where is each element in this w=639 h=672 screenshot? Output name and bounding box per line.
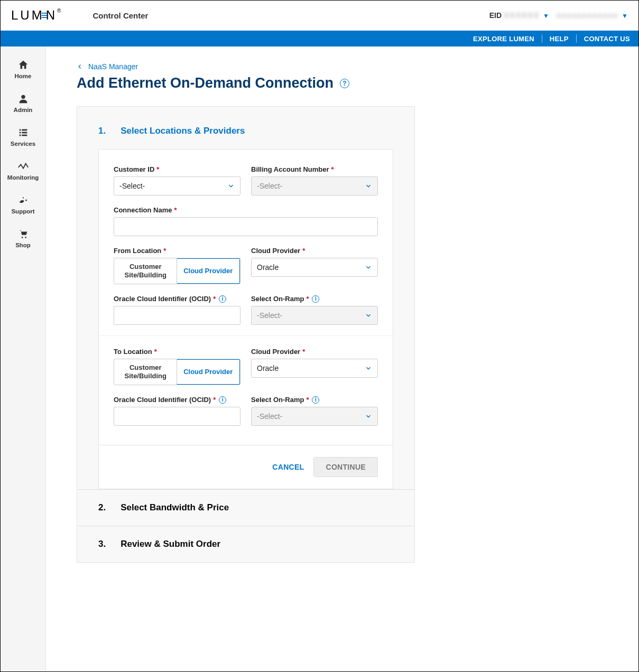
list-icon (17, 127, 29, 138)
svg-point-0 (21, 95, 25, 99)
breadcrumb-label: NaaS Manager (88, 62, 138, 71)
sidebar-item-home[interactable]: Home (1, 54, 45, 88)
svg-rect-2 (22, 129, 27, 131)
svg-rect-6 (22, 135, 27, 136)
breadcrumb-back[interactable]: NaaS Manager (77, 62, 608, 71)
account-dropdown[interactable]: xxxxxxxxxxxx ▼ (557, 11, 628, 20)
chevron-down-icon (227, 182, 235, 190)
select-value: -Select- (257, 311, 282, 320)
user-icon (17, 93, 29, 105)
nav-help[interactable]: HELP (550, 35, 569, 43)
from-cloud-provider-button[interactable]: Cloud Provider (177, 258, 241, 284)
info-icon[interactable]: i (219, 295, 226, 303)
step-title: Select Bandwidth & Price (121, 502, 229, 513)
svg-point-8 (21, 237, 23, 238)
svg-rect-5 (19, 135, 21, 136)
account-value: xxxxxxxxxxxx (557, 11, 618, 20)
step-number: 1. (98, 126, 106, 136)
sidebar-item-support[interactable]: Support (1, 189, 45, 223)
top-nav: EXPLORE LUMEN HELP CONTACT US (1, 31, 638, 46)
info-icon[interactable]: i (219, 396, 226, 404)
select-value: -Select- (257, 182, 282, 190)
eid-dropdown[interactable]: EID XXXXXX ▼ (489, 11, 549, 20)
to-cloud-provider-button[interactable]: Cloud Provider (177, 359, 241, 385)
chevron-down-icon (365, 264, 372, 271)
chevron-down-icon (365, 365, 372, 372)
step-number: 2. (98, 502, 106, 513)
to-location-label: To Location* (114, 348, 240, 356)
cloud-provider-from-label: Cloud Provider* (251, 247, 378, 255)
separator (542, 34, 542, 43)
divider (99, 335, 393, 336)
ocid-to-input[interactable] (114, 407, 240, 426)
sidebar-item-shop[interactable]: Shop (1, 223, 45, 257)
chevron-down-icon: ▼ (622, 12, 628, 20)
ocid-to-label: Oracle Cloud Identifier (OCID)*i (114, 396, 240, 404)
sidebar-item-admin[interactable]: Admin (1, 88, 45, 122)
onramp-from-label: Select On-Ramp*i (251, 295, 378, 303)
step-title: Select Locations & Providers (121, 126, 245, 136)
to-location-toggle: Customer Site/Building Cloud Provider (114, 359, 240, 385)
app-header: LUM≡N® Control Center EID XXXXXX ▼ xxxxx… (1, 1, 638, 31)
chevron-left-icon (77, 63, 83, 70)
chevron-down-icon: ▼ (543, 12, 549, 20)
cloud-provider-from-select[interactable]: Oracle (251, 258, 378, 277)
step-3-row[interactable]: 3. Review & Submit Order (77, 526, 414, 562)
billing-select[interactable]: -Select- (251, 176, 378, 195)
info-icon[interactable]: i (312, 295, 319, 303)
sidebar-item-label: Services (11, 141, 35, 147)
svg-rect-4 (22, 132, 27, 134)
step-number: 3. (98, 539, 106, 549)
continue-button[interactable]: CONTINUE (313, 457, 378, 477)
onramp-to-label: Select On-Ramp*i (251, 396, 378, 404)
svg-rect-1 (19, 129, 21, 131)
step-2-row[interactable]: 2. Select Bandwidth & Price (77, 489, 414, 526)
cart-icon (17, 228, 29, 240)
chevron-down-icon (365, 182, 372, 190)
page-title: Add Ethernet On-Demand Connection ? (77, 75, 608, 91)
home-icon (17, 59, 29, 71)
select-value: Oracle (257, 263, 279, 272)
lumen-logo: LUM≡N® (11, 8, 61, 23)
sidebar-item-label: Shop (15, 242, 31, 248)
sidebar-item-label: Support (11, 208, 34, 214)
separator (576, 34, 577, 43)
left-sidebar: Home Admin Services Monitoring Support S… (1, 46, 46, 671)
customer-id-select[interactable]: -Select- (114, 176, 240, 195)
step-title: Review & Submit Order (121, 539, 220, 549)
cancel-button[interactable]: CANCEL (272, 457, 304, 477)
connection-name-input[interactable] (114, 217, 378, 236)
chevron-down-icon (365, 312, 372, 319)
ocid-from-input[interactable] (114, 306, 240, 325)
wizard-panel: 1. Select Locations & Providers Customer… (77, 106, 415, 563)
to-customer-site-button[interactable]: Customer Site/Building (114, 359, 177, 385)
select-value: -Select- (119, 182, 145, 190)
help-icon[interactable]: ? (340, 79, 349, 88)
ocid-from-label: Oracle Cloud Identifier (OCID)*i (114, 295, 240, 303)
nav-explore-lumen[interactable]: EXPLORE LUMEN (473, 35, 534, 43)
page-title-text: Add Ethernet On-Demand Connection (77, 75, 334, 91)
sidebar-item-label: Monitoring (7, 174, 39, 181)
step-1-card: Customer ID* -Select- Billing Account Nu… (98, 149, 393, 489)
from-customer-site-button[interactable]: Customer Site/Building (114, 258, 177, 284)
svg-point-7 (22, 197, 23, 198)
onramp-from-select[interactable]: -Select- (251, 306, 378, 325)
billing-label: Billing Account Number* (251, 165, 378, 173)
eid-label: EID (489, 11, 502, 20)
onramp-to-select[interactable]: -Select- (251, 407, 378, 426)
info-icon[interactable]: i (312, 396, 319, 404)
select-value: Oracle (257, 364, 279, 372)
monitoring-icon (17, 161, 29, 172)
card-footer: CANCEL CONTINUE (99, 445, 393, 489)
customer-id-label: Customer ID* (114, 165, 240, 173)
nav-contact-us[interactable]: CONTACT US (584, 35, 630, 43)
cloud-provider-to-label: Cloud Provider* (251, 348, 378, 356)
sidebar-item-services[interactable]: Services (1, 122, 45, 155)
cloud-provider-to-select[interactable]: Oracle (251, 359, 378, 378)
main-content: NaaS Manager Add Ethernet On-Demand Conn… (46, 46, 638, 671)
eid-value: XXXXXX (504, 11, 540, 20)
from-location-label: From Location* (114, 247, 240, 255)
sidebar-item-label: Admin (14, 107, 33, 113)
sidebar-item-monitoring[interactable]: Monitoring (1, 155, 45, 189)
app-title: Control Center (92, 11, 148, 20)
